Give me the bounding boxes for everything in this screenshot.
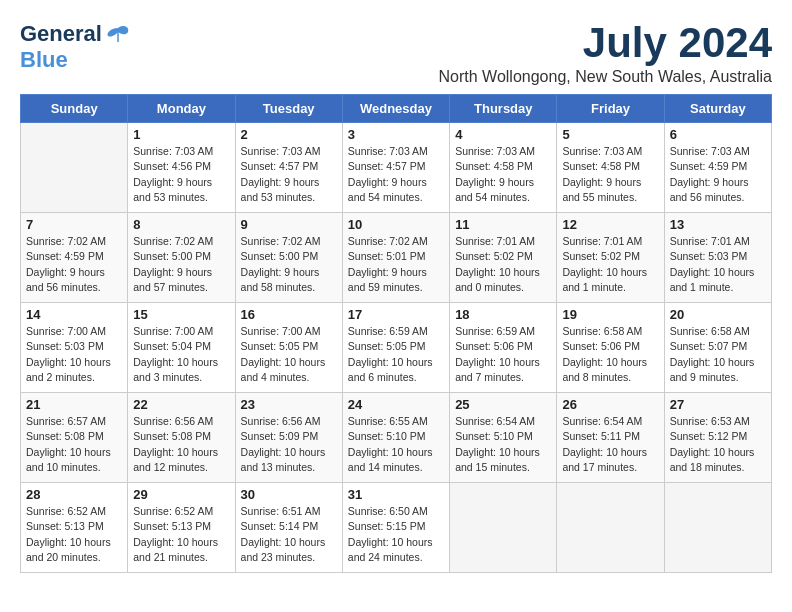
calendar-cell: 14Sunrise: 7:00 AMSunset: 5:03 PMDayligh… — [21, 303, 128, 393]
page-header: General Blue July 2024 North Wollongong,… — [20, 20, 772, 86]
calendar-cell: 24Sunrise: 6:55 AMSunset: 5:10 PMDayligh… — [342, 393, 449, 483]
day-number: 19 — [562, 307, 658, 322]
day-detail: Sunrise: 6:54 AMSunset: 5:10 PMDaylight:… — [455, 414, 551, 475]
day-number: 27 — [670, 397, 766, 412]
day-detail: Sunrise: 7:02 AMSunset: 4:59 PMDaylight:… — [26, 234, 122, 295]
calendar-cell: 6Sunrise: 7:03 AMSunset: 4:59 PMDaylight… — [664, 123, 771, 213]
day-detail: Sunrise: 6:54 AMSunset: 5:11 PMDaylight:… — [562, 414, 658, 475]
day-detail: Sunrise: 7:03 AMSunset: 4:59 PMDaylight:… — [670, 144, 766, 205]
calendar-cell: 16Sunrise: 7:00 AMSunset: 5:05 PMDayligh… — [235, 303, 342, 393]
day-detail: Sunrise: 7:01 AMSunset: 5:02 PMDaylight:… — [562, 234, 658, 295]
weekday-header-row: SundayMondayTuesdayWednesdayThursdayFrid… — [21, 95, 772, 123]
day-number: 14 — [26, 307, 122, 322]
day-detail: Sunrise: 7:03 AMSunset: 4:58 PMDaylight:… — [562, 144, 658, 205]
day-number: 7 — [26, 217, 122, 232]
logo-bird-icon — [104, 20, 132, 48]
calendar-cell: 17Sunrise: 6:59 AMSunset: 5:05 PMDayligh… — [342, 303, 449, 393]
day-number: 15 — [133, 307, 229, 322]
day-detail: Sunrise: 7:00 AMSunset: 5:03 PMDaylight:… — [26, 324, 122, 385]
day-detail: Sunrise: 6:58 AMSunset: 5:06 PMDaylight:… — [562, 324, 658, 385]
day-detail: Sunrise: 6:58 AMSunset: 5:07 PMDaylight:… — [670, 324, 766, 385]
day-detail: Sunrise: 7:01 AMSunset: 5:02 PMDaylight:… — [455, 234, 551, 295]
calendar-cell: 28Sunrise: 6:52 AMSunset: 5:13 PMDayligh… — [21, 483, 128, 573]
day-detail: Sunrise: 7:03 AMSunset: 4:56 PMDaylight:… — [133, 144, 229, 205]
day-number: 26 — [562, 397, 658, 412]
calendar-cell: 8Sunrise: 7:02 AMSunset: 5:00 PMDaylight… — [128, 213, 235, 303]
day-number: 25 — [455, 397, 551, 412]
calendar-cell: 15Sunrise: 7:00 AMSunset: 5:04 PMDayligh… — [128, 303, 235, 393]
calendar-cell — [664, 483, 771, 573]
day-number: 10 — [348, 217, 444, 232]
day-detail: Sunrise: 6:52 AMSunset: 5:13 PMDaylight:… — [133, 504, 229, 565]
logo-general: General — [20, 22, 102, 46]
calendar-cell: 23Sunrise: 6:56 AMSunset: 5:09 PMDayligh… — [235, 393, 342, 483]
calendar-cell: 29Sunrise: 6:52 AMSunset: 5:13 PMDayligh… — [128, 483, 235, 573]
weekday-header-saturday: Saturday — [664, 95, 771, 123]
week-row-5: 28Sunrise: 6:52 AMSunset: 5:13 PMDayligh… — [21, 483, 772, 573]
day-detail: Sunrise: 6:55 AMSunset: 5:10 PMDaylight:… — [348, 414, 444, 475]
weekday-header-friday: Friday — [557, 95, 664, 123]
day-detail: Sunrise: 6:56 AMSunset: 5:09 PMDaylight:… — [241, 414, 337, 475]
day-detail: Sunrise: 7:00 AMSunset: 5:05 PMDaylight:… — [241, 324, 337, 385]
day-detail: Sunrise: 6:59 AMSunset: 5:05 PMDaylight:… — [348, 324, 444, 385]
calendar-cell: 10Sunrise: 7:02 AMSunset: 5:01 PMDayligh… — [342, 213, 449, 303]
month-year-title: July 2024 — [439, 20, 773, 66]
day-number: 6 — [670, 127, 766, 142]
day-number: 12 — [562, 217, 658, 232]
calendar-cell: 19Sunrise: 6:58 AMSunset: 5:06 PMDayligh… — [557, 303, 664, 393]
location-subtitle: North Wollongong, New South Wales, Austr… — [439, 68, 773, 86]
week-row-2: 7Sunrise: 7:02 AMSunset: 4:59 PMDaylight… — [21, 213, 772, 303]
calendar-cell: 25Sunrise: 6:54 AMSunset: 5:10 PMDayligh… — [450, 393, 557, 483]
day-number: 20 — [670, 307, 766, 322]
calendar-cell — [450, 483, 557, 573]
day-number: 29 — [133, 487, 229, 502]
day-number: 30 — [241, 487, 337, 502]
calendar-cell: 1Sunrise: 7:03 AMSunset: 4:56 PMDaylight… — [128, 123, 235, 213]
weekday-header-wednesday: Wednesday — [342, 95, 449, 123]
calendar-cell: 30Sunrise: 6:51 AMSunset: 5:14 PMDayligh… — [235, 483, 342, 573]
calendar-cell: 31Sunrise: 6:50 AMSunset: 5:15 PMDayligh… — [342, 483, 449, 573]
day-detail: Sunrise: 6:52 AMSunset: 5:13 PMDaylight:… — [26, 504, 122, 565]
day-number: 11 — [455, 217, 551, 232]
title-section: July 2024 North Wollongong, New South Wa… — [439, 20, 773, 86]
calendar-cell: 2Sunrise: 7:03 AMSunset: 4:57 PMDaylight… — [235, 123, 342, 213]
day-detail: Sunrise: 6:53 AMSunset: 5:12 PMDaylight:… — [670, 414, 766, 475]
calendar-cell: 18Sunrise: 6:59 AMSunset: 5:06 PMDayligh… — [450, 303, 557, 393]
weekday-header-sunday: Sunday — [21, 95, 128, 123]
day-number: 13 — [670, 217, 766, 232]
calendar-cell: 26Sunrise: 6:54 AMSunset: 5:11 PMDayligh… — [557, 393, 664, 483]
calendar-cell: 13Sunrise: 7:01 AMSunset: 5:03 PMDayligh… — [664, 213, 771, 303]
week-row-4: 21Sunrise: 6:57 AMSunset: 5:08 PMDayligh… — [21, 393, 772, 483]
day-number: 28 — [26, 487, 122, 502]
day-detail: Sunrise: 7:00 AMSunset: 5:04 PMDaylight:… — [133, 324, 229, 385]
calendar-cell — [557, 483, 664, 573]
day-number: 2 — [241, 127, 337, 142]
day-number: 3 — [348, 127, 444, 142]
calendar-cell: 5Sunrise: 7:03 AMSunset: 4:58 PMDaylight… — [557, 123, 664, 213]
day-number: 17 — [348, 307, 444, 322]
day-number: 9 — [241, 217, 337, 232]
calendar-cell: 9Sunrise: 7:02 AMSunset: 5:00 PMDaylight… — [235, 213, 342, 303]
day-detail: Sunrise: 6:50 AMSunset: 5:15 PMDaylight:… — [348, 504, 444, 565]
day-number: 18 — [455, 307, 551, 322]
day-detail: Sunrise: 6:56 AMSunset: 5:08 PMDaylight:… — [133, 414, 229, 475]
calendar-cell: 27Sunrise: 6:53 AMSunset: 5:12 PMDayligh… — [664, 393, 771, 483]
day-number: 8 — [133, 217, 229, 232]
logo: General Blue — [20, 20, 132, 72]
calendar-cell — [21, 123, 128, 213]
day-number: 21 — [26, 397, 122, 412]
day-number: 23 — [241, 397, 337, 412]
weekday-header-tuesday: Tuesday — [235, 95, 342, 123]
day-detail: Sunrise: 6:57 AMSunset: 5:08 PMDaylight:… — [26, 414, 122, 475]
week-row-1: 1Sunrise: 7:03 AMSunset: 4:56 PMDaylight… — [21, 123, 772, 213]
week-row-3: 14Sunrise: 7:00 AMSunset: 5:03 PMDayligh… — [21, 303, 772, 393]
day-number: 4 — [455, 127, 551, 142]
calendar-cell: 3Sunrise: 7:03 AMSunset: 4:57 PMDaylight… — [342, 123, 449, 213]
day-detail: Sunrise: 7:03 AMSunset: 4:58 PMDaylight:… — [455, 144, 551, 205]
logo-blue: Blue — [20, 48, 68, 72]
day-number: 31 — [348, 487, 444, 502]
day-detail: Sunrise: 6:59 AMSunset: 5:06 PMDaylight:… — [455, 324, 551, 385]
calendar-cell: 4Sunrise: 7:03 AMSunset: 4:58 PMDaylight… — [450, 123, 557, 213]
day-detail: Sunrise: 7:02 AMSunset: 5:00 PMDaylight:… — [241, 234, 337, 295]
calendar-cell: 20Sunrise: 6:58 AMSunset: 5:07 PMDayligh… — [664, 303, 771, 393]
